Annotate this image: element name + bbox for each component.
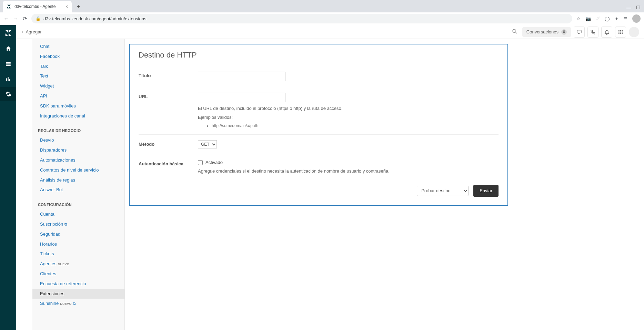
- new-badge: NUEVO: [58, 262, 70, 266]
- extension-icon-2[interactable]: ◯: [605, 16, 610, 21]
- sidebar-item-customers[interactable]: Clientes: [32, 269, 124, 279]
- rail-reports[interactable]: [0, 72, 16, 86]
- rail-admin[interactable]: [0, 87, 16, 101]
- browser-chrome: d3v-telcombs - Agente × + — ☐ ← → ⟳ 🔒 d3…: [0, 0, 644, 25]
- brand-logo[interactable]: [4, 29, 13, 38]
- auth-checkbox-label[interactable]: Activado: [198, 160, 499, 165]
- conversations-count: 0: [561, 29, 567, 35]
- url-input[interactable]: [198, 93, 285, 102]
- sidebar-item-extensions[interactable]: Extensiones: [32, 289, 124, 299]
- reload-button[interactable]: ⟳: [23, 16, 27, 22]
- lock-icon: 🔒: [36, 16, 41, 21]
- svg-rect-8: [622, 31, 623, 32]
- app-container: + Agregar Conversaciones 0: [0, 25, 644, 330]
- sidebar-item-rule-analysis[interactable]: Análisis de reglas: [32, 175, 124, 185]
- form-actions: Probar destino Enviar: [139, 180, 499, 197]
- chat-icon-button[interactable]: [574, 27, 585, 38]
- star-icon[interactable]: ☆: [576, 16, 581, 21]
- row-title: Título: [139, 66, 499, 87]
- extension-icon-1[interactable]: ☄: [596, 16, 600, 21]
- address-bar[interactable]: 🔒 d3v-telcombs.zendesk.com/agent/admin/e…: [31, 14, 572, 23]
- url-help: El URL de destino, incluido el protocolo…: [198, 105, 499, 129]
- svg-rect-2: [577, 30, 581, 33]
- phone-icon-button[interactable]: [587, 27, 598, 38]
- browser-tab[interactable]: d3v-telcombs - Agente ×: [3, 1, 72, 12]
- sidebar-item-label: Agentes: [40, 261, 57, 266]
- svg-point-0: [513, 29, 516, 32]
- label-method: Método: [139, 140, 198, 148]
- sidebar-item-chat[interactable]: Chat: [32, 42, 124, 52]
- sidebar-item-subscription[interactable]: Suscripción⧉: [32, 219, 124, 229]
- title-input[interactable]: [198, 72, 285, 81]
- row-url: URL El URL de destino, incluido el proto…: [139, 87, 499, 135]
- row-auth: Autenticación básica Activado Agregue cr…: [139, 154, 499, 180]
- sidebar-item-answer-bot[interactable]: Answer Bot: [32, 185, 124, 195]
- search-button[interactable]: [510, 27, 520, 37]
- url-help-line2: Ejemplos válidos:: [198, 114, 499, 121]
- admin-sidebar[interactable]: Chat Facebook Talk Text Widget API SDK p…: [32, 39, 125, 330]
- window-controls: — ☐: [626, 5, 644, 12]
- auth-check-text: Activado: [205, 160, 223, 165]
- auth-checkbox[interactable]: [198, 160, 203, 165]
- tab-close-icon[interactable]: ×: [66, 4, 68, 9]
- sidebar-item-api[interactable]: API: [32, 91, 124, 101]
- tab-strip: d3v-telcombs - Agente × + — ☐: [0, 0, 644, 12]
- url-example: http://somedomain/a/path: [212, 123, 499, 129]
- test-target-select[interactable]: Probar destino: [417, 186, 469, 196]
- minimize-icon[interactable]: —: [626, 5, 631, 10]
- svg-rect-6: [618, 31, 620, 32]
- sidebar-item-triggers[interactable]: Disparadores: [32, 145, 124, 155]
- reading-list-icon[interactable]: ☰: [623, 16, 627, 21]
- sidebar-item-benchmark[interactable]: Encuesta de referencia: [32, 279, 124, 289]
- svg-line-1: [515, 32, 517, 33]
- new-tab-button[interactable]: +: [74, 2, 83, 11]
- add-button[interactable]: + Agregar: [21, 29, 42, 34]
- maximize-icon[interactable]: ☐: [636, 5, 641, 10]
- tab-title: d3v-telcombs - Agente: [14, 4, 63, 9]
- browser-nav-bar: ← → ⟳ 🔒 d3v-telcombs.zendesk.com/agent/a…: [0, 12, 644, 25]
- sidebar-item-routing[interactable]: Desvío: [32, 135, 124, 145]
- label-url: URL: [139, 93, 198, 129]
- rail-home[interactable]: [0, 42, 16, 55]
- rail-views[interactable]: [0, 57, 16, 71]
- back-button[interactable]: ←: [3, 16, 9, 22]
- profile-avatar-icon[interactable]: [632, 14, 641, 23]
- sidebar-item-text[interactable]: Text: [32, 71, 124, 81]
- svg-rect-10: [620, 33, 621, 34]
- sidebar-item-security[interactable]: Seguridad: [32, 229, 124, 239]
- conversations-button[interactable]: Conversaciones 0: [522, 27, 571, 37]
- sidebar-item-talk[interactable]: Talk: [32, 62, 124, 72]
- sidebar-item-account[interactable]: Cuenta: [32, 209, 124, 219]
- svg-rect-7: [620, 31, 621, 32]
- svg-rect-4: [620, 30, 621, 31]
- sidebar-item-widget[interactable]: Widget: [32, 81, 124, 91]
- browser-toolbar-icons: ☆ 📷 ☄ ◯ ✦ ☰: [576, 14, 641, 23]
- content-region: Chat Facebook Talk Text Widget API SDK p…: [32, 39, 644, 330]
- submit-button[interactable]: Enviar: [473, 185, 499, 197]
- conversations-label: Conversaciones: [526, 29, 559, 34]
- user-avatar[interactable]: [629, 27, 639, 37]
- apps-icon-button[interactable]: [615, 27, 626, 38]
- sidebar-item-facebook[interactable]: Facebook: [32, 52, 124, 62]
- sidebar-item-tickets[interactable]: Tickets: [32, 249, 124, 259]
- sidebar-item-agents[interactable]: AgentesNUEVO: [32, 259, 124, 269]
- sidebar-item-sla[interactable]: Contratos de nivel de servicio: [32, 165, 124, 175]
- forward-button[interactable]: →: [13, 16, 19, 22]
- label-auth: Autenticación básica: [139, 160, 198, 175]
- camera-icon[interactable]: 📷: [585, 16, 591, 21]
- sidebar-item-sunshine[interactable]: SunshineNUEVO⧉: [32, 299, 124, 309]
- nav-rail: [0, 25, 16, 330]
- sidebar-item-automations[interactable]: Automatizaciones: [32, 155, 124, 165]
- sidebar-item-schedules[interactable]: Horarios: [32, 239, 124, 249]
- sidebar-item-channel-integrations[interactable]: Integraciones de canal: [32, 111, 124, 121]
- svg-rect-9: [618, 33, 620, 34]
- notifications-icon-button[interactable]: [601, 27, 612, 38]
- extensions-icon[interactable]: ✦: [615, 16, 618, 21]
- main-content: Destino de HTTP Título URL El URL de des…: [125, 39, 644, 330]
- sidebar-heading-config: CONFIGURACIÓN: [32, 195, 124, 209]
- method-select[interactable]: GET: [198, 140, 217, 148]
- url-help-line1: El URL de destino, incluido el protocolo…: [198, 105, 499, 112]
- sidebar-item-sdk[interactable]: SDK para móviles: [32, 101, 124, 111]
- sidebar-item-label: Sunshine: [40, 301, 59, 306]
- sidebar-item-label: Suscripción: [40, 221, 63, 227]
